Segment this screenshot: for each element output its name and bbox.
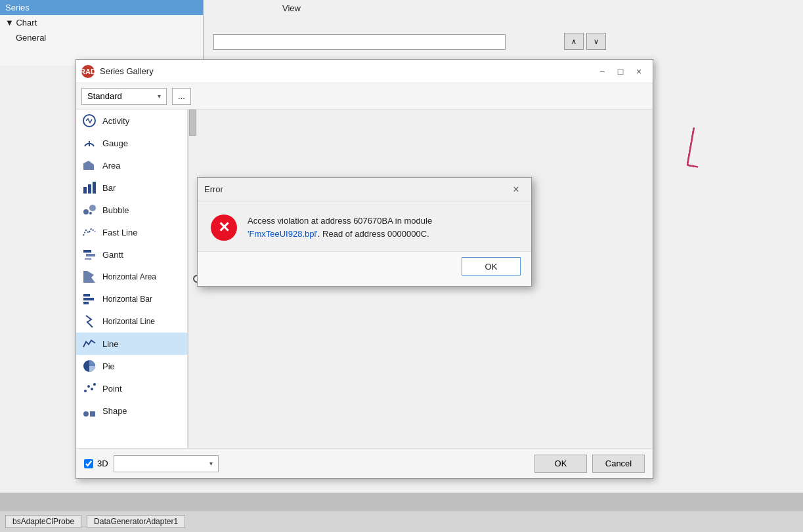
series-item-horizbar[interactable]: Horizontal Bar <box>76 288 187 310</box>
bubble-label: Bubble <box>102 205 129 215</box>
ellipsis-button[interactable]: ... <box>172 88 191 105</box>
horizline-label: Horizontal Line <box>102 317 155 326</box>
svg-rect-3 <box>83 187 87 194</box>
error-icon: ✕ <box>211 215 237 241</box>
activity-icon <box>81 113 97 129</box>
horizline-icon <box>81 314 97 329</box>
svg-rect-10 <box>86 254 95 256</box>
3d-checkbox-label[interactable]: 3D <box>84 459 108 468</box>
svg-rect-15 <box>83 302 89 304</box>
error-message-text: Access violation at address 607670BA in … <box>248 215 518 240</box>
fastline-label: Fast Line <box>102 228 137 237</box>
shape-icon <box>81 403 97 419</box>
svg-point-8 <box>89 212 92 215</box>
series-item-area[interactable]: Area <box>76 154 187 176</box>
bar-icon <box>81 180 97 195</box>
maximize-button[interactable]: □ <box>612 63 629 80</box>
minimize-button[interactable]: − <box>594 63 611 80</box>
bar-label: Bar <box>102 183 116 193</box>
series-item-gauge[interactable]: Gauge <box>76 132 187 154</box>
bg-input-field <box>213 34 506 50</box>
series-item-activity[interactable]: Activity <box>76 110 187 132</box>
footer-dropdown[interactable]: ▾ <box>114 455 219 472</box>
bg-tree-series-item: Series <box>0 0 203 15</box>
series-item-bubble[interactable]: Bubble <box>76 199 187 221</box>
gallery-toolbar: Standard ▾ ... <box>76 83 653 110</box>
3d-checkbox[interactable] <box>84 459 93 468</box>
series-list-container: Activity Gauge <box>76 110 197 448</box>
svg-rect-11 <box>85 258 91 260</box>
area-label: Area <box>102 161 120 171</box>
standard-dropdown[interactable]: Standard ▾ <box>81 88 167 105</box>
svg-rect-22 <box>90 411 95 417</box>
error-body: ✕ Access violation at address 607670BA i… <box>198 201 531 251</box>
series-item-point[interactable]: Point <box>76 377 187 399</box>
error-titlebar: Error × <box>198 178 531 201</box>
status-item-2: DataGeneratorAdapter1 <box>87 515 185 528</box>
error-title: Error <box>204 184 508 194</box>
series-gallery-title: Series Gallery <box>100 66 588 76</box>
gantt-icon <box>81 247 97 262</box>
bg-up-arrow-btn[interactable]: ∧ <box>564 33 584 50</box>
gallery-ok-button[interactable]: OK <box>534 455 587 473</box>
svg-point-20 <box>93 383 96 386</box>
footer-dropdown-arrow-icon: ▾ <box>209 460 213 467</box>
bg-tree-chart-item: ▼ Chart <box>0 15 203 30</box>
gallery-close-button[interactable]: × <box>630 63 647 80</box>
series-list[interactable]: Activity Gauge <box>76 110 188 448</box>
bg-down-arrow-btn[interactable]: ∨ <box>586 33 606 50</box>
series-item-horizline[interactable]: Horizontal Line <box>76 310 187 333</box>
svg-rect-13 <box>83 294 90 297</box>
svg-rect-4 <box>88 184 91 194</box>
svg-marker-2 <box>83 161 94 170</box>
point-label: Point <box>102 384 122 394</box>
svg-point-6 <box>83 209 89 215</box>
titlebar-controls: − □ × <box>594 63 647 80</box>
scrollbar-thumb[interactable] <box>189 110 196 136</box>
error-close-button[interactable]: × <box>508 181 525 198</box>
horizbar-label: Horizontal Bar <box>102 295 152 304</box>
svg-rect-14 <box>83 298 94 300</box>
series-item-shape[interactable]: Shape <box>76 399 187 422</box>
svg-point-18 <box>87 385 90 388</box>
svg-point-17 <box>84 390 87 392</box>
error-ok-button[interactable]: OK <box>462 257 521 276</box>
svg-rect-9 <box>83 250 91 253</box>
series-item-horizarea[interactable]: Horizontal Area <box>76 266 187 288</box>
svg-point-19 <box>91 388 93 390</box>
series-item-fastline[interactable]: Fast Line <box>76 221 187 243</box>
line-icon <box>81 336 97 352</box>
svg-point-21 <box>83 411 89 417</box>
pie-icon <box>81 358 97 374</box>
bg-view-label: View <box>282 3 301 13</box>
error-dialog: Error × ✕ Access violation at address 60… <box>197 177 532 287</box>
svg-point-7 <box>89 205 96 211</box>
bg-tree-general-item: General <box>0 30 203 45</box>
area-icon <box>81 157 97 173</box>
series-item-bar[interactable]: Bar <box>76 176 187 199</box>
series-item-pie[interactable]: Pie <box>76 355 187 377</box>
fastline-icon <box>81 224 97 240</box>
shape-label: Shape <box>102 406 127 416</box>
status-bar: bsAdapteClProbe DataGeneratorAdapter1 <box>0 511 803 532</box>
series-item-gantt[interactable]: Gantt <box>76 243 187 266</box>
gallery-footer: 3D ▾ OK Cancel <box>76 448 653 478</box>
bubble-icon <box>81 202 97 218</box>
pie-label: Pie <box>102 361 115 371</box>
series-gallery-titlebar: RAD Series Gallery − □ × <box>76 60 653 83</box>
status-item-1: bsAdapteClProbe <box>5 515 81 528</box>
svg-rect-5 <box>93 182 96 194</box>
series-item-line[interactable]: Line <box>76 333 187 355</box>
bg-tree-panel: Series ▼ Chart General <box>0 0 204 66</box>
gauge-icon <box>81 135 97 151</box>
rad-logo-icon: RAD <box>81 65 95 78</box>
3d-label: 3D <box>97 459 108 468</box>
gantt-label: Gantt <box>102 250 123 260</box>
dropdown-arrow-icon: ▾ <box>158 92 161 100</box>
horizbar-icon <box>81 291 97 307</box>
svg-marker-12 <box>83 271 95 283</box>
horizarea-label: Horizontal Area <box>102 272 156 281</box>
gallery-cancel-button[interactable]: Cancel <box>592 455 645 473</box>
error-footer: OK <box>198 251 531 286</box>
activity-label: Activity <box>102 116 129 126</box>
